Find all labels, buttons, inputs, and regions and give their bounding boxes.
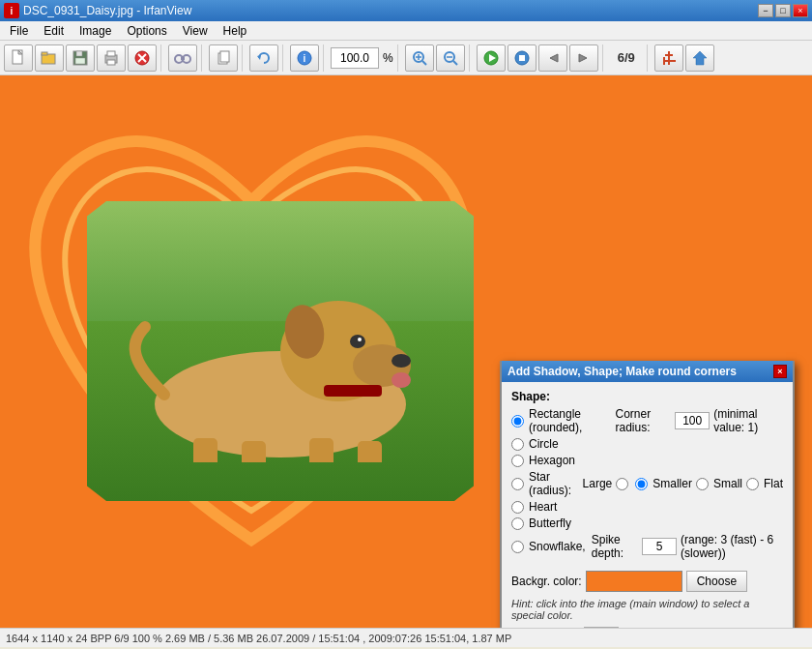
- shape-hexagon-radio[interactable]: [511, 455, 524, 467]
- star-flat-label: Flat: [764, 477, 783, 490]
- shape-rect-row: Rectangle (rounded), Corner radius: (min…: [511, 407, 783, 434]
- svg-rect-46: [324, 385, 382, 397]
- dialog-close-button[interactable]: ×: [773, 365, 787, 378]
- shape-circle-radio[interactable]: [511, 438, 524, 451]
- maximize-button[interactable]: □: [775, 4, 791, 17]
- tb-sep9: [647, 44, 651, 72]
- svg-point-39: [350, 335, 365, 348]
- svg-rect-45: [358, 441, 382, 462]
- choose-color-button[interactable]: Choose: [686, 571, 747, 592]
- star-flat-radio[interactable]: [746, 478, 759, 490]
- star-small-label: Small: [713, 477, 742, 490]
- shape-rect-radio[interactable]: [511, 415, 524, 428]
- tb-undo-button[interactable]: [249, 44, 278, 72]
- corner-radius-label: Corner radius:: [616, 407, 672, 434]
- shape-hexagon-row: Hexagon: [511, 454, 783, 467]
- svg-point-40: [358, 338, 362, 341]
- zoom-input[interactable]: [331, 47, 379, 69]
- hint-text: Hint: click into the image (main window)…: [511, 598, 783, 621]
- tb-copy-button[interactable]: [209, 44, 238, 72]
- dialog: Add Shadow, Shape; Make round corners × …: [500, 361, 795, 628]
- star-small-radio[interactable]: [696, 478, 709, 490]
- tb-play-button[interactable]: [477, 44, 506, 72]
- menu-view[interactable]: View: [175, 21, 216, 40]
- tb-sep5: [323, 44, 327, 72]
- window-title: DSC_0931_Daisy.jpg - IrfanView: [23, 4, 191, 17]
- shape-heart-label: Heart: [529, 500, 557, 514]
- dog-image-area: [87, 201, 474, 501]
- shape-butterfly-radio[interactable]: [511, 517, 524, 530]
- svg-text:i: i: [304, 53, 306, 64]
- tb-sep7: [469, 44, 473, 72]
- svg-rect-43: [242, 441, 266, 462]
- tb-sep3: [242, 44, 246, 72]
- menu-file[interactable]: File: [2, 21, 36, 40]
- tb-print-button[interactable]: [97, 44, 126, 72]
- tb-next-button[interactable]: [569, 44, 598, 72]
- star-smaller-radio[interactable]: [635, 478, 648, 490]
- tb-sep1: [160, 44, 164, 72]
- tb-zoom-out-button[interactable]: [436, 44, 465, 72]
- shape-hexagon-label: Hexagon: [529, 454, 575, 467]
- svg-rect-42: [193, 438, 218, 462]
- tb-open-button[interactable]: [35, 44, 64, 72]
- backgr-color-swatch[interactable]: [586, 571, 682, 592]
- titlebar-controls: − □ ×: [758, 4, 808, 17]
- close-button[interactable]: ×: [793, 4, 808, 17]
- menu-edit[interactable]: Edit: [36, 21, 72, 40]
- titlebar: i DSC_0931_Daisy.jpg - IrfanView − □ ×: [0, 0, 812, 21]
- statusbar: 1644 x 1140 x 24 BPP 6/9 100 % 2.69 MB /…: [0, 628, 812, 647]
- shadow-size-input[interactable]: [584, 627, 619, 628]
- tb-save-button[interactable]: [66, 44, 95, 72]
- backgr-color-row: Backgr. color: Choose: [511, 571, 783, 592]
- svg-point-47: [392, 372, 411, 388]
- svg-marker-18: [257, 55, 261, 60]
- tb-zoom-in-button[interactable]: [405, 44, 434, 72]
- tb-prev-button[interactable]: [538, 44, 567, 72]
- shape-butterfly-label: Butterfly: [529, 516, 571, 530]
- svg-marker-32: [550, 54, 558, 62]
- spike-depth-input[interactable]: [642, 538, 677, 555]
- spike-depth-label: Spike depth:: [592, 533, 638, 560]
- svg-rect-15: [181, 57, 185, 60]
- svg-rect-8: [107, 51, 115, 56]
- svg-rect-44: [309, 438, 334, 462]
- dialog-body: Shape: Rectangle (rounded), Corner radiu…: [502, 382, 793, 628]
- shape-snowflake-label: Snowflake,: [529, 540, 586, 553]
- corner-radius-input[interactable]: [675, 412, 710, 429]
- minimize-button[interactable]: −: [758, 4, 773, 17]
- tb-tools-button[interactable]: [654, 44, 683, 72]
- svg-line-22: [422, 61, 426, 65]
- shadow-size-row: Shadow size: (in pixels, 0 = no shadow): [511, 627, 783, 628]
- shape-heart-radio[interactable]: [511, 501, 524, 514]
- shape-circle-label: Circle: [529, 437, 559, 451]
- shape-snowflake-radio[interactable]: [511, 541, 524, 553]
- dlg-divider1: [511, 563, 783, 571]
- menu-help[interactable]: Help: [216, 21, 255, 40]
- shape-snowflake-row: Snowflake, Spike depth: (range: 3 (fast)…: [511, 533, 783, 560]
- toolbar: i % 6/9: [0, 41, 812, 75]
- svg-rect-6: [75, 58, 85, 64]
- menu-options[interactable]: Options: [119, 21, 174, 40]
- star-large-radio[interactable]: [616, 478, 628, 490]
- svg-marker-34: [693, 51, 707, 65]
- shape-star-label: Star (radius):: [529, 470, 577, 497]
- tb-binoculars-button[interactable]: [168, 44, 197, 72]
- star-smaller-label: Smaller: [652, 477, 692, 490]
- tb-close-button[interactable]: [128, 44, 157, 72]
- tb-new-button[interactable]: [4, 44, 33, 72]
- spike-hint: (range: 3 (fast) - 6 (slower)): [681, 533, 783, 560]
- tb-sep6: [397, 44, 401, 72]
- backgr-color-label: Backgr. color:: [511, 575, 582, 588]
- shape-heart-row: Heart: [511, 500, 783, 514]
- tb-home-button[interactable]: [685, 44, 714, 72]
- shape-star-row: Star (radius): Large Smaller Small Flat: [511, 470, 783, 497]
- tb-stop-button[interactable]: [508, 44, 536, 72]
- tb-sep4: [282, 44, 286, 72]
- menu-image[interactable]: Image: [72, 21, 119, 40]
- tb-info-button[interactable]: i: [290, 44, 319, 72]
- titlebar-left: i DSC_0931_Daisy.jpg - IrfanView: [4, 3, 191, 18]
- svg-line-26: [453, 61, 457, 65]
- app-logo: i: [4, 3, 19, 18]
- shape-star-radio[interactable]: [511, 478, 524, 490]
